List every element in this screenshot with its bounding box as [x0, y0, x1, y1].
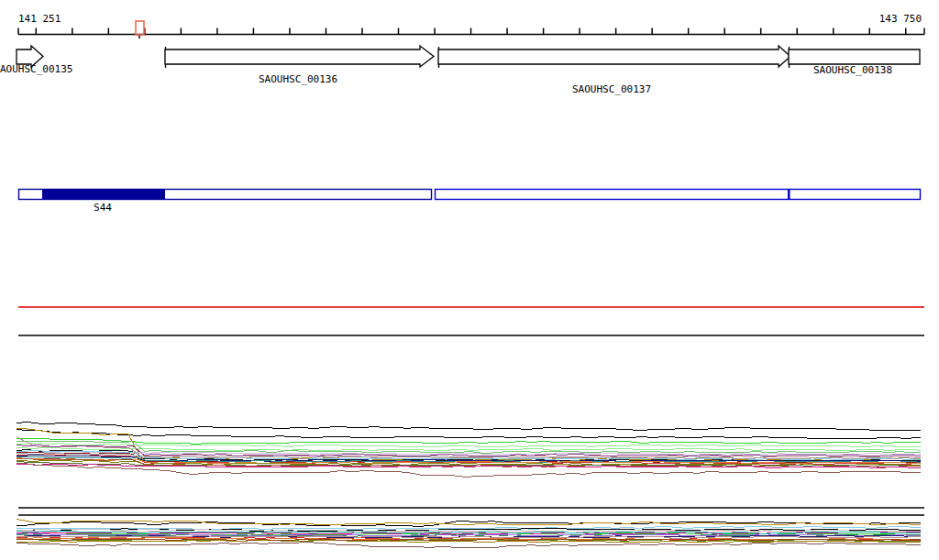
feature-track-divider [788, 189, 790, 200]
gene-label-saouhsc-00137: SAOUHSC_00137 [572, 84, 651, 94]
selection-marker[interactable] [136, 21, 144, 35]
coverage-band1-line [17, 429, 921, 439]
feature-track-box[interactable] [436, 190, 921, 200]
ruler-start-coordinate: 141 251 [18, 14, 61, 24]
gene-label-saouhsc-00135: AOUHSC_00135 [0, 64, 72, 74]
gene-label-saouhsc-00136: SAOUHSC_00136 [259, 74, 337, 84]
feature-track-filled-segment[interactable] [42, 189, 165, 200]
gene-arrow-saouhsc_00136[interactable] [165, 46, 434, 67]
ruler-end-coordinate: 143 750 [879, 14, 922, 24]
genome-browser-view: 141 251 143 750 AOUHSC_00135 SAOUHSC_001… [0, 0, 939, 560]
gene-arrow-saouhsc_00137[interactable] [438, 46, 790, 67]
gene-arrow-saouhsc_00138[interactable] [789, 49, 920, 64]
track-segment-label-s44: S44 [94, 203, 112, 213]
coverage-band2-line [17, 526, 921, 530]
gene-label-saouhsc-00138: SAOUHSC_00138 [813, 65, 892, 75]
coverage-band1-line [17, 423, 921, 432]
coverage-band2-line [17, 543, 921, 548]
browser-canvas [0, 0, 939, 560]
coverage-band1-line [17, 438, 921, 444]
